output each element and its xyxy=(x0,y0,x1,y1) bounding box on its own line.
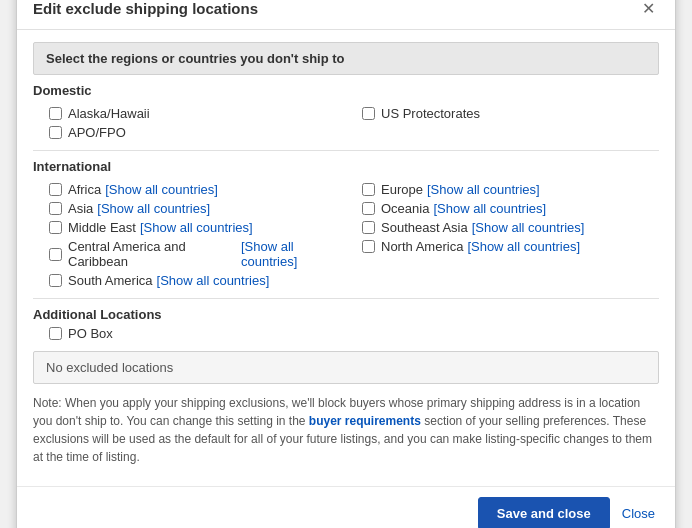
modal-footer: Save and close Close xyxy=(17,486,675,528)
checkbox-asia: Asia [Show all countries] xyxy=(49,201,346,216)
middle-east-show-link[interactable]: [Show all countries] xyxy=(140,220,253,235)
alaska-label: Alaska/Hawaii xyxy=(68,106,150,121)
divider-international xyxy=(33,298,659,299)
southeast-asia-label: Southeast Asia xyxy=(381,220,468,235)
checkbox-oceania: Oceania [Show all countries] xyxy=(362,201,659,216)
checkbox-central-america: Central America and Caribbean [Show all … xyxy=(49,239,346,269)
europe-label: Europe xyxy=(381,182,423,197)
checkbox-apo: APO/FPO xyxy=(49,125,346,140)
divider-domestic xyxy=(33,150,659,151)
close-x-button[interactable]: ✕ xyxy=(638,1,659,17)
international-col-left: Africa [Show all countries] Asia [Show a… xyxy=(33,178,346,292)
international-label: International xyxy=(33,159,659,174)
africa-show-link[interactable]: [Show all countries] xyxy=(105,182,218,197)
international-col-right: Europe [Show all countries] Oceania [Sho… xyxy=(346,178,659,292)
edit-exclude-shipping-modal: Edit exclude shipping locations ✕ Select… xyxy=(16,0,676,528)
southeast-asia-show-link[interactable]: [Show all countries] xyxy=(472,220,585,235)
po-box-label: PO Box xyxy=(68,326,113,341)
asia-checkbox[interactable] xyxy=(49,202,62,215)
central-america-label: Central America and Caribbean xyxy=(68,239,237,269)
southeast-asia-checkbox[interactable] xyxy=(362,221,375,234)
save-and-close-button[interactable]: Save and close xyxy=(478,497,610,528)
checkbox-alaska: Alaska/Hawaii xyxy=(49,106,346,121)
checkbox-us-prot: US Protectorates xyxy=(362,106,659,121)
domestic-options: Alaska/Hawaii APO/FPO US Protectorates xyxy=(33,102,659,144)
close-button[interactable]: Close xyxy=(618,498,659,528)
middle-east-label: Middle East xyxy=(68,220,136,235)
europe-checkbox[interactable] xyxy=(362,183,375,196)
note-text: Note: When you apply your shipping exclu… xyxy=(33,394,659,466)
africa-label: Africa xyxy=(68,182,101,197)
asia-label: Asia xyxy=(68,201,93,216)
checkbox-north-america: North America [Show all countries] xyxy=(362,239,659,254)
checkbox-europe: Europe [Show all countries] xyxy=(362,182,659,197)
modal-header: Edit exclude shipping locations ✕ xyxy=(17,0,675,30)
middle-east-checkbox[interactable] xyxy=(49,221,62,234)
asia-show-link[interactable]: [Show all countries] xyxy=(97,201,210,216)
central-america-show-link[interactable]: [Show all countries] xyxy=(241,239,346,269)
checkbox-po-box: PO Box xyxy=(49,326,659,341)
checkbox-africa: Africa [Show all countries] xyxy=(49,182,346,197)
us-prot-label: US Protectorates xyxy=(381,106,480,121)
south-america-label: South America xyxy=(68,273,153,288)
checkbox-middle-east: Middle East [Show all countries] xyxy=(49,220,346,235)
europe-show-link[interactable]: [Show all countries] xyxy=(427,182,540,197)
north-america-show-link[interactable]: [Show all countries] xyxy=(467,239,580,254)
apo-checkbox[interactable] xyxy=(49,126,62,139)
regions-section-header: Select the regions or countries you don'… xyxy=(33,42,659,75)
checkbox-southeast-asia: Southeast Asia [Show all countries] xyxy=(362,220,659,235)
central-america-checkbox[interactable] xyxy=(49,248,62,261)
oceania-checkbox[interactable] xyxy=(362,202,375,215)
modal-title: Edit exclude shipping locations xyxy=(33,0,258,17)
international-options: Africa [Show all countries] Asia [Show a… xyxy=(33,178,659,292)
po-box-checkbox[interactable] xyxy=(49,327,62,340)
domestic-col-right: US Protectorates xyxy=(346,102,659,144)
north-america-label: North America xyxy=(381,239,463,254)
us-prot-checkbox[interactable] xyxy=(362,107,375,120)
oceania-show-link[interactable]: [Show all countries] xyxy=(433,201,546,216)
buyer-requirements-link[interactable]: buyer requirements xyxy=(309,414,421,428)
domestic-col-left: Alaska/Hawaii APO/FPO xyxy=(33,102,346,144)
checkbox-south-america: South America [Show all countries] xyxy=(49,273,346,288)
south-america-checkbox[interactable] xyxy=(49,274,62,287)
additional-label: Additional Locations xyxy=(33,307,659,322)
modal-body: Select the regions or countries you don'… xyxy=(17,30,675,486)
alaska-checkbox[interactable] xyxy=(49,107,62,120)
oceania-label: Oceania xyxy=(381,201,429,216)
domestic-label: Domestic xyxy=(33,83,659,98)
excluded-locations-box: No excluded locations xyxy=(33,351,659,384)
africa-checkbox[interactable] xyxy=(49,183,62,196)
south-america-show-link[interactable]: [Show all countries] xyxy=(157,273,270,288)
north-america-checkbox[interactable] xyxy=(362,240,375,253)
apo-label: APO/FPO xyxy=(68,125,126,140)
